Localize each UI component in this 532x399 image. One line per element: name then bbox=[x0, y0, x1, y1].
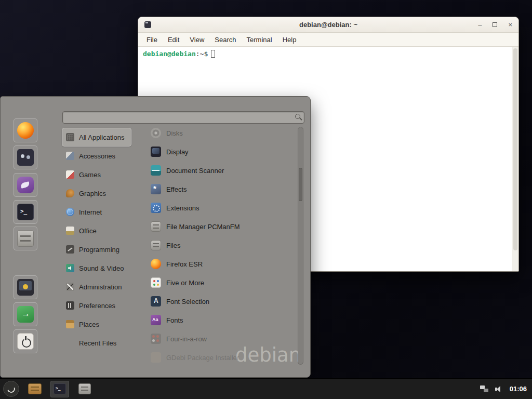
folder-icon bbox=[28, 383, 42, 394]
app-label: Files bbox=[166, 242, 180, 249]
category-label: Sound & Video bbox=[79, 264, 124, 272]
files-icon bbox=[151, 240, 161, 250]
terminal-icon bbox=[54, 383, 66, 394]
graphics-icon bbox=[66, 189, 74, 197]
maximize-button[interactable] bbox=[493, 21, 497, 28]
menu-button[interactable] bbox=[3, 381, 19, 397]
terminal-titlebar[interactable]: debian@debian: ~ – × bbox=[138, 17, 518, 33]
category-places[interactable]: Places bbox=[62, 315, 131, 334]
app-item-display[interactable]: Display bbox=[148, 142, 292, 161]
file-manager-icon bbox=[17, 230, 34, 247]
terminal-title: debian@debian: ~ bbox=[138, 21, 518, 29]
terminal-scrollbar-thumb[interactable] bbox=[513, 48, 517, 250]
category-programming[interactable]: Programming bbox=[62, 240, 131, 259]
app-label: Firefox ESR bbox=[166, 260, 203, 268]
category-label: Graphics bbox=[79, 190, 106, 197]
terminal-icon bbox=[17, 204, 34, 220]
search-icon bbox=[295, 114, 302, 121]
terminal-menubar: File Edit View Search Terminal Help bbox=[138, 33, 518, 47]
app-item-disks[interactable]: Disks bbox=[148, 124, 292, 142]
category-graphics[interactable]: Graphics bbox=[62, 184, 131, 203]
category-accessories[interactable]: Accessories bbox=[62, 147, 131, 165]
app-label: Five or More bbox=[166, 279, 204, 287]
terminal-menu-search[interactable]: Search bbox=[209, 34, 241, 46]
favorite-pidgin[interactable] bbox=[14, 173, 37, 197]
search-input[interactable] bbox=[62, 111, 304, 124]
category-label: Administration bbox=[79, 283, 122, 291]
terminal-menu-file[interactable]: File bbox=[141, 34, 163, 46]
app-item-pcmanfm[interactable]: File Manager PCManFM bbox=[148, 217, 292, 236]
category-games[interactable]: Games bbox=[62, 165, 131, 184]
power-icon bbox=[17, 333, 34, 350]
logout-button[interactable] bbox=[14, 302, 37, 326]
app-item-font-selection[interactable]: Font Selection bbox=[148, 292, 292, 311]
minimize-button[interactable]: – bbox=[478, 21, 482, 28]
programming-icon bbox=[66, 245, 74, 254]
panel-right: 01:06 bbox=[480, 385, 532, 393]
clock[interactable]: 01:06 bbox=[510, 385, 527, 393]
shutdown-button[interactable] bbox=[14, 329, 37, 353]
app-item-firefox-esr[interactable]: Firefox ESR bbox=[148, 255, 292, 273]
category-preferences[interactable]: Preferences bbox=[62, 296, 131, 315]
menu-scrollbar[interactable] bbox=[298, 127, 303, 365]
category-label: Preferences bbox=[79, 302, 115, 310]
favorite-terminal[interactable] bbox=[14, 200, 37, 224]
app-item-document-scanner[interactable]: Document Scanner bbox=[148, 161, 292, 180]
category-internet[interactable]: Internet bbox=[62, 203, 131, 221]
file-manager-launcher[interactable] bbox=[25, 381, 44, 397]
lock-screen-button[interactable] bbox=[14, 275, 37, 299]
favorite-photos[interactable] bbox=[14, 145, 37, 169]
app-item-extensions[interactable]: Extensions bbox=[148, 198, 292, 217]
fonts-icon bbox=[151, 315, 161, 325]
office-icon bbox=[66, 227, 74, 235]
category-label: Office bbox=[79, 227, 97, 235]
terminal-menu-edit[interactable]: Edit bbox=[163, 34, 184, 46]
files-launcher[interactable] bbox=[75, 381, 94, 397]
app-item-gdebi[interactable]: GDebi Package Installer bbox=[148, 348, 292, 367]
sound-video-icon bbox=[66, 264, 74, 272]
app-label: File Manager PCManFM bbox=[166, 223, 240, 231]
desktop: debian@debian: ~ – × File Edit View Sear… bbox=[0, 0, 532, 399]
display-icon bbox=[151, 147, 161, 157]
app-item-four-in-a-row[interactable]: Four-in-a-row bbox=[148, 329, 292, 348]
category-recent-files[interactable]: Recent Files bbox=[62, 334, 131, 352]
preferences-icon bbox=[66, 301, 74, 310]
network-icon[interactable] bbox=[480, 385, 488, 392]
terminal-app-icon bbox=[144, 21, 151, 28]
lock-screen-icon bbox=[17, 279, 34, 296]
terminal-cursor bbox=[211, 50, 215, 58]
extensions-icon bbox=[151, 203, 161, 213]
favorite-file-manager[interactable] bbox=[14, 227, 37, 250]
taskbar-panel: 01:06 bbox=[0, 378, 532, 399]
menu-scrollbar-thumb[interactable] bbox=[299, 168, 302, 201]
terminal-prompt-path: :~$ bbox=[196, 50, 208, 58]
category-administration[interactable]: Administration bbox=[62, 277, 131, 296]
gdebi-icon bbox=[151, 352, 161, 363]
five-or-more-icon bbox=[151, 277, 161, 288]
app-item-fonts[interactable]: Fonts bbox=[148, 311, 292, 329]
close-button[interactable]: × bbox=[508, 21, 512, 28]
app-item-effects[interactable]: Effects bbox=[148, 180, 292, 198]
app-label: Font Selection bbox=[166, 298, 209, 305]
volume-icon[interactable] bbox=[495, 385, 503, 393]
terminal-menu-terminal[interactable]: Terminal bbox=[242, 34, 277, 46]
font-selection-icon bbox=[151, 296, 161, 307]
terminal-menu-help[interactable]: Help bbox=[277, 34, 302, 46]
app-item-five-or-more[interactable]: Five or More bbox=[148, 273, 292, 292]
app-label: GDebi Package Installer bbox=[166, 354, 239, 362]
category-sound-video[interactable]: Sound & Video bbox=[62, 259, 131, 277]
favorite-firefox[interactable] bbox=[14, 118, 37, 142]
category-office[interactable]: Office bbox=[62, 221, 131, 240]
app-item-files[interactable]: Files bbox=[148, 236, 292, 255]
terminal-menu-view[interactable]: View bbox=[184, 34, 209, 46]
four-in-a-row-icon bbox=[151, 334, 161, 344]
terminal-scrollbar[interactable] bbox=[512, 47, 518, 271]
app-label: Document Scanner bbox=[166, 167, 224, 175]
category-label: Internet bbox=[79, 208, 102, 216]
files-icon bbox=[78, 383, 91, 394]
category-all-applications[interactable]: All Applications bbox=[62, 128, 131, 147]
app-label: Four-in-a-row bbox=[166, 335, 207, 343]
application-list: Disks Display Document Scanner Effects E… bbox=[148, 124, 292, 367]
terminal-window-button[interactable] bbox=[50, 381, 69, 397]
maximize-icon bbox=[493, 22, 497, 27]
